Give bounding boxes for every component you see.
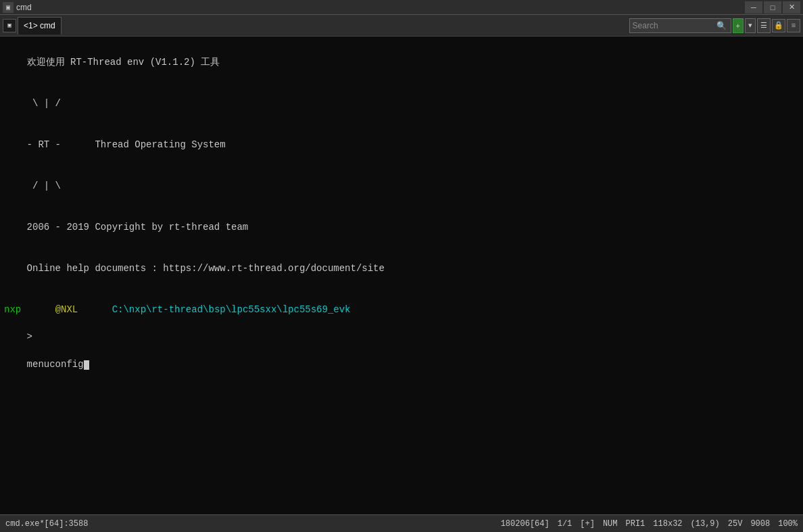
- tab-1-name: cmd: [40, 21, 55, 30]
- tab-1-cmd[interactable]: <1> cmd: [18, 17, 62, 34]
- tab-bar: ▣ <1> cmd 🔍 + ▾ ☰ 🔒 ≡: [0, 15, 803, 37]
- status-bar: cmd.exe*[64]:3588 180206[64] 1/1 [+] NUM…: [0, 514, 803, 532]
- search-input[interactable]: [633, 21, 714, 30]
- terminal-area[interactable]: 欢迎使用 RT-Thread env (V1.1.2) 工具 \ | / - R…: [0, 37, 803, 514]
- tab-bar-right: 🔍 + ▾ ☰ 🔒 ≡: [629, 18, 800, 33]
- status-left: cmd.exe*[64]:3588: [5, 519, 88, 529]
- close-button[interactable]: ✕: [783, 1, 800, 14]
- menu-button[interactable]: ≡: [787, 19, 800, 32]
- title-bar-left: ▣ cmd: [3, 2, 32, 13]
- terminal-cursor: [84, 360, 89, 370]
- status-numlock: NUM: [603, 519, 618, 529]
- status-process: cmd.exe*[64]:3588: [5, 519, 88, 529]
- terminal-line-command: > menuconfig: [4, 316, 799, 385]
- cmd-icon: ▣: [3, 2, 14, 13]
- terminal-command: menuconfig: [27, 359, 84, 370]
- status-coords: (13,9): [691, 519, 720, 529]
- terminal-prompt-symbol: >: [27, 331, 32, 342]
- dropdown-button[interactable]: ▾: [745, 18, 756, 33]
- terminal-line-ascii3: / | \: [4, 166, 799, 207]
- status-encoding: 180206[64]: [501, 519, 550, 529]
- status-position: 1/1: [558, 519, 573, 529]
- status-flag: [+]: [580, 519, 595, 529]
- terminal-line-welcome: 欢迎使用 RT-Thread env (V1.1.2) 工具: [4, 42, 799, 83]
- search-box: 🔍: [629, 18, 731, 33]
- terminal-line-ascii1: \ | /: [4, 83, 799, 124]
- terminal-line-blank1: [4, 289, 799, 302]
- terminal-host: @NXL: [21, 304, 78, 315]
- maximize-button[interactable]: □: [764, 1, 781, 14]
- status-voltage: 25V: [728, 519, 743, 529]
- tab-app-icon: ▣: [3, 19, 16, 32]
- terminal-line-prompt-path: nxp @NXL C:\nxp\rt-thread\bsp\lpc55sxx\l…: [4, 303, 799, 316]
- search-icon-button[interactable]: 🔍: [715, 21, 728, 30]
- terminal-line-help: Online help documents : https://www.rt-t…: [4, 247, 799, 289]
- terminal-path: C:\nxp\rt-thread\bsp\lpc55sxx\lpc55s69_e…: [112, 304, 351, 315]
- terminal-line-copyright: 2006 - 2019 Copyright by rt-thread team: [4, 207, 799, 248]
- tab-1-number: <1>: [24, 21, 38, 30]
- title-bar-title: cmd: [16, 3, 32, 12]
- title-bar: ▣ cmd ─ □ ✕: [0, 0, 803, 15]
- terminal-line-ascii2: - RT - Thread Operating System: [4, 124, 799, 166]
- tab-bar-left: ▣ <1> cmd: [3, 17, 629, 34]
- nav-button[interactable]: ☰: [757, 18, 771, 33]
- add-tab-button[interactable]: +: [733, 18, 744, 33]
- status-number2: 9008: [750, 519, 770, 529]
- title-bar-controls: ─ □ ✕: [745, 1, 800, 14]
- status-size: 118x32: [653, 519, 682, 529]
- terminal-user: nxp: [4, 304, 21, 315]
- minimize-button[interactable]: ─: [745, 1, 762, 14]
- lock-button[interactable]: 🔒: [772, 19, 785, 32]
- status-zoom: 100%: [778, 519, 798, 529]
- status-priority: PRI1: [626, 519, 646, 529]
- status-right: 180206[64] 1/1 [+] NUM PRI1 118x32 (13,9…: [501, 519, 798, 529]
